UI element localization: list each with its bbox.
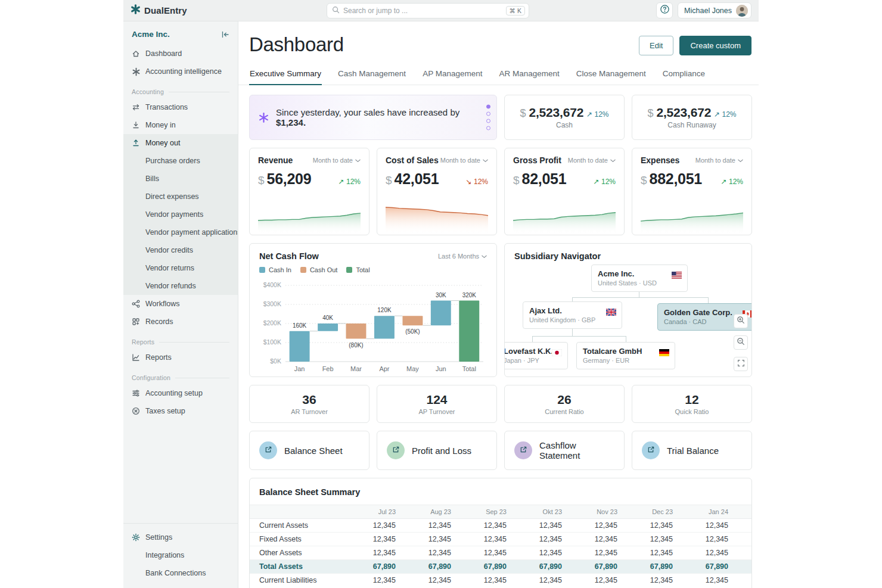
tab-cash-management[interactable]: Cash Management [337, 66, 406, 85]
ratio-card-ap-turnover: 124AP Turnover [377, 385, 497, 423]
report-link-balance-sheet[interactable]: Balance Sheet [249, 431, 369, 470]
tax-icon [132, 407, 140, 415]
sidebar-item-records[interactable]: Records [123, 313, 238, 331]
metric-value: 82,051 [522, 170, 567, 188]
cost-of-sales-trend-chart [386, 198, 488, 235]
ratio-value: 124 [426, 393, 447, 407]
kpi-value: 2,523,672 [656, 105, 711, 120]
app-window: DualEntry ⌘ K Michael Jones Acme Inc. [123, 0, 759, 588]
sidebar-item-direct-expenses[interactable]: Direct expenses [123, 188, 238, 206]
org-connector [532, 336, 626, 337]
period-selector[interactable]: Last 6 Months [438, 253, 487, 260]
collapse-sidebar-icon[interactable] [221, 30, 229, 39]
report-link-trial-balance[interactable]: Trial Balance [632, 431, 752, 470]
sidebar-item-taxes-setup[interactable]: Taxes setup [123, 402, 238, 420]
sidebar-item-bills[interactable]: Bills [123, 170, 238, 188]
period-selector[interactable]: Month to date [313, 157, 361, 164]
sidebar-item-label: Vendor refunds [145, 282, 196, 290]
org-switcher[interactable]: Acme Inc. [132, 30, 170, 39]
sidebar-item-transactions[interactable]: Transactions [123, 98, 238, 116]
ratio-value: 36 [302, 393, 316, 407]
tab-executive-summary[interactable]: Executive Summary [249, 66, 322, 85]
sidebar-item-dashboard[interactable]: Dashboard [123, 45, 238, 63]
period-selector[interactable]: Month to date [568, 157, 616, 164]
cell-value: 12,345 [351, 533, 406, 546]
net-cash-flow-title: Net Cash Flow [259, 251, 319, 261]
carousel-dot[interactable] [486, 119, 490, 123]
sidebar-item-bank-connections[interactable]: Bank Connections [123, 564, 238, 582]
sidebar-item-purchase-orders[interactable]: Purchase orders [123, 152, 238, 170]
svg-text:(80K): (80K) [349, 342, 363, 349]
sidebar-item-money-out[interactable]: Money out [123, 134, 238, 152]
org-node-totalcare-gmbh[interactable]: Totalcare GmbHGermany · EUR [576, 342, 675, 369]
table-row-total-assets: Total Assets67,89067,89067,89067,89067,8… [250, 560, 751, 574]
sidebar-item-integrations[interactable]: Integrations [123, 546, 238, 564]
kpi-delta: ↗ 12% [586, 110, 608, 119]
banner-text: Since yesterday, your sales have increas… [276, 107, 479, 127]
sidebar-item-label: Bills [145, 175, 159, 183]
carousel-dot[interactable] [486, 112, 490, 116]
zoom-out-button[interactable] [734, 335, 748, 350]
column-header: Nov 23 [573, 505, 628, 519]
svg-text:320K: 320K [462, 292, 477, 298]
carousel-dot[interactable] [486, 126, 490, 130]
zoom-out-icon [737, 337, 745, 348]
ratio-card-ar-turnover: 36AR Turnover [249, 385, 369, 423]
search-input[interactable] [343, 7, 506, 15]
cell-value: 12,345 [462, 546, 517, 560]
column-header: Feb 24 [739, 505, 751, 519]
tab-ar-management[interactable]: AR Management [498, 66, 560, 85]
sidebar-item-vendor-payment-applications[interactable]: Vendor payment applications [123, 223, 238, 241]
carousel-dot[interactable] [486, 105, 490, 109]
sidebar-item-vendor-credits[interactable]: Vendor credits [123, 241, 238, 259]
org-node-acme-inc[interactable]: Acme Inc.United States · USD [591, 265, 688, 292]
period-selector[interactable]: Month to date [695, 157, 743, 164]
cell-value: 67,890 [462, 560, 517, 574]
sidebar-item-label: Bank Connections [145, 569, 206, 577]
report-link-profit-and-loss[interactable]: Profit and Loss [377, 431, 497, 470]
tab-compliance[interactable]: Compliance [662, 66, 706, 85]
table-row-fixed-assets: Fixed Assets12,34512,34512,34512,34512,3… [250, 533, 751, 546]
sidebar-item-label: Records [145, 318, 173, 326]
sidebar-item-money-in[interactable]: Money in [123, 116, 238, 134]
metric-title: Cost of Sales [386, 155, 439, 165]
sidebar-item-vendor-refunds[interactable]: Vendor refunds [123, 277, 238, 295]
sidebar-item-label: Direct expenses [145, 192, 199, 201]
fullscreen-button[interactable] [734, 357, 748, 371]
subsidiary-region: United Kingdom · GBP [529, 316, 616, 323]
help-button[interactable] [656, 2, 673, 18]
sidebar-item-label: Purchase orders [145, 157, 200, 165]
cell-value: 12,345 [351, 574, 406, 587]
sidebar-item-reports[interactable]: Reports [123, 349, 238, 366]
chevron-down-icon [610, 157, 616, 164]
tab-close-management[interactable]: Close Management [576, 66, 647, 85]
sidebar-item-accounting-setup[interactable]: Accounting setup [123, 384, 238, 402]
svg-text:(50K): (50K) [405, 328, 420, 335]
cell-value: 12,345 [684, 533, 739, 546]
sidebar-item-vendor-returns[interactable]: Vendor returns [123, 259, 238, 277]
period-selector[interactable]: Month to date [440, 157, 488, 164]
currency-symbol: $ [513, 174, 520, 187]
external-link-icon [647, 445, 655, 456]
create-custom-button[interactable]: Create custom [679, 36, 751, 55]
row-label: Current Assets [250, 519, 351, 533]
sidebar-item-workflows[interactable]: Workflows [123, 295, 238, 313]
report-link-cashflow-statement[interactable]: Cashflow Statement [504, 431, 625, 470]
flag-de-icon [659, 348, 669, 359]
page: DualEntry ⌘ K Michael Jones Acme Inc. [0, 0, 882, 588]
zoom-in-button[interactable] [734, 314, 748, 328]
svg-text:Mar: Mar [350, 365, 362, 372]
edit-button[interactable]: Edit [639, 36, 673, 55]
sidebar-item-accounting-intelligence[interactable]: Accounting intelligence [123, 63, 238, 80]
records-icon [132, 318, 140, 326]
sidebar-item-label: Dashboard [145, 49, 182, 58]
svg-text:Apr: Apr [379, 365, 389, 372]
tab-ap-management[interactable]: AP Management [422, 66, 483, 85]
global-search[interactable]: ⌘ K [327, 3, 529, 18]
sidebar-item-vendor-payments[interactable]: Vendor payments [123, 206, 238, 223]
subsidiary-navigator-panel: Subsidiary Navigator Acme Inc.United Sta… [504, 243, 752, 377]
sidebar-item-settings[interactable]: Settings [123, 528, 238, 546]
org-node-ajax-ltd[interactable]: Ajax Ltd.United Kingdom · GBP [523, 301, 622, 329]
org-node-lovefast-k-k[interactable]: Lovefast K.K.Japan · JPY [504, 342, 568, 369]
user-menu[interactable]: Michael Jones [678, 2, 751, 18]
